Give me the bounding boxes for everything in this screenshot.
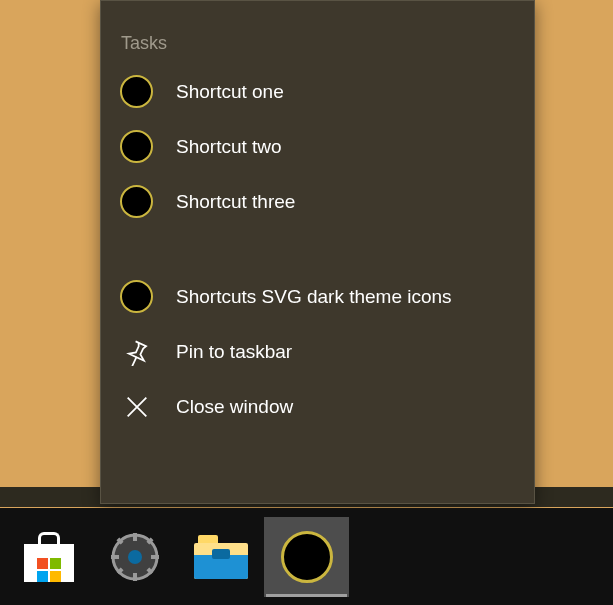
taskbar (0, 508, 613, 605)
taskbar-item-file-explorer[interactable] (178, 517, 263, 597)
jumplist-separator (101, 229, 534, 269)
jump-list: Tasks Shortcut one Shortcut two Shortcut… (100, 0, 535, 504)
circle-icon (119, 74, 154, 109)
app-item[interactable]: Shortcuts SVG dark theme icons (101, 269, 534, 324)
svg-rect-5 (151, 555, 159, 559)
circle-icon (119, 279, 154, 314)
svg-rect-4 (111, 555, 119, 559)
svg-rect-3 (133, 573, 137, 581)
taskbar-item-shortcuts-app[interactable] (264, 517, 349, 597)
task-label: Shortcut three (176, 191, 295, 213)
folder-icon (194, 535, 248, 579)
close-icon (119, 389, 154, 424)
pin-icon (119, 334, 154, 369)
svg-point-1 (128, 550, 142, 564)
task-label: Shortcut two (176, 136, 282, 158)
task-shortcut-three[interactable]: Shortcut three (101, 174, 534, 229)
gear-icon (109, 531, 161, 583)
pin-label: Pin to taskbar (176, 341, 292, 363)
viewport: Tasks Shortcut one Shortcut two Shortcut… (0, 0, 613, 605)
close-label: Close window (176, 396, 293, 418)
close-window[interactable]: Close window (101, 379, 534, 434)
jumplist-header: Tasks (101, 29, 534, 64)
task-shortcut-one[interactable]: Shortcut one (101, 64, 534, 119)
task-label: Shortcut one (176, 81, 284, 103)
taskbar-item-store[interactable] (6, 517, 91, 597)
circle-icon (281, 531, 333, 583)
store-icon (22, 530, 76, 584)
taskbar-item-settings[interactable] (92, 517, 177, 597)
circle-icon (119, 129, 154, 164)
svg-rect-2 (133, 533, 137, 541)
task-shortcut-two[interactable]: Shortcut two (101, 119, 534, 174)
circle-icon (119, 184, 154, 219)
app-item-label: Shortcuts SVG dark theme icons (176, 286, 452, 308)
pin-to-taskbar[interactable]: Pin to taskbar (101, 324, 534, 379)
